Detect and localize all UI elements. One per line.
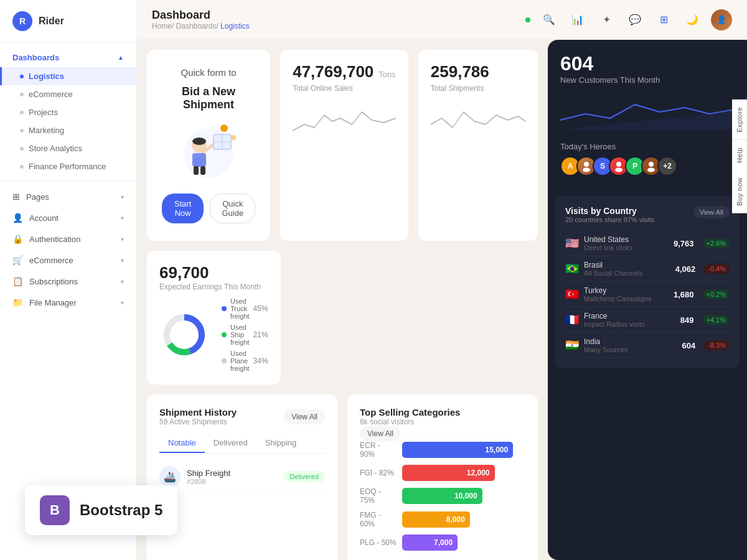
categories-subtitle: 8k social visitors bbox=[360, 418, 525, 426]
shipment-card-header: Shipment History 59 Active Shipments Vie… bbox=[159, 407, 325, 426]
chat-icon[interactable]: 💬 bbox=[625, 10, 645, 30]
br-name: Brasil bbox=[584, 261, 643, 269]
hero-avatar-more: +2 bbox=[657, 156, 677, 176]
us-value: 9,763 bbox=[674, 239, 694, 248]
sidebar-nav-account[interactable]: 👤 Account ▾ bbox=[0, 207, 136, 228]
nav-label: Authentication bbox=[29, 235, 80, 244]
shipment-view-all-button[interactable]: View All bbox=[284, 409, 325, 424]
sidebar-nav-file-manager[interactable]: 📁 File Manager ▾ bbox=[0, 292, 136, 313]
in-flag: 🇮🇳 bbox=[565, 338, 579, 352]
sidebar-item-finance-performance[interactable]: Finance Performance bbox=[0, 157, 136, 175]
freight-legend: Used Truck freight 45% Used Ship freight… bbox=[222, 297, 268, 372]
breadcrumb-dashboards[interactable]: Dashboards/ bbox=[176, 22, 220, 30]
logo-area[interactable]: R Rider bbox=[0, 0, 136, 43]
ship-legend-item: Used Ship freight 21% bbox=[222, 324, 268, 346]
grid-icon[interactable]: ⊞ bbox=[654, 10, 674, 30]
svg-rect-10 bbox=[192, 153, 206, 167]
visits-section: Visits by Country 20 countries share 97%… bbox=[555, 196, 740, 368]
header-left: Dashboard Home/ Dashboards/ Logistics bbox=[152, 9, 250, 30]
bar-eoq: EOQ - 75% 10,000 bbox=[360, 487, 525, 505]
subscriptions-icon: 📋 bbox=[12, 276, 23, 286]
visits-view-all-button[interactable]: View All bbox=[693, 206, 730, 218]
bootstrap-icon: B bbox=[40, 495, 70, 525]
in-change: -8.3% bbox=[704, 340, 730, 350]
sidebar-nav-pages[interactable]: ⊞ Pages ▾ bbox=[0, 186, 136, 207]
earnings-label: Expected Earnings This Month bbox=[159, 282, 268, 291]
settings-icon[interactable]: ✦ bbox=[596, 10, 616, 30]
middle-stats-row: 69,700 Expected Earnings This Month bbox=[147, 251, 538, 385]
earnings-value: 69,700 bbox=[159, 263, 268, 282]
heroes-avatars: A S bbox=[560, 156, 735, 176]
start-now-button[interactable]: Start Now bbox=[162, 194, 204, 223]
dot bbox=[20, 165, 24, 169]
chevron-up-icon: ▲ bbox=[118, 54, 124, 61]
sidebar-nav-subscriptions[interactable]: 📋 Subscriptions ▾ bbox=[0, 271, 136, 292]
bar-plg-fill: 7,000 bbox=[402, 534, 458, 551]
new-customers-chart bbox=[560, 92, 735, 132]
in-info: India Many Sources bbox=[584, 337, 627, 353]
right-top-section: 604 New Customers This Month Today's Her… bbox=[548, 40, 747, 189]
user-avatar[interactable]: 👤 bbox=[711, 9, 732, 30]
online-indicator bbox=[525, 17, 530, 22]
tr-source: Mailchimp Campaigns bbox=[584, 295, 651, 302]
sidebar-item-logistics[interactable]: Logistics bbox=[0, 67, 136, 85]
bar-eoq-track: 10,000 bbox=[402, 488, 525, 504]
moon-icon[interactable]: 🌙 bbox=[682, 10, 702, 30]
tr-info: Turkey Mailchimp Campaigns bbox=[584, 286, 651, 302]
us-source: Direct link clicks bbox=[584, 244, 632, 251]
illustration-svg bbox=[165, 119, 252, 181]
ship-label: Used Ship freight bbox=[230, 324, 250, 346]
svg-point-17 bbox=[584, 162, 589, 167]
total-sales-card: 47,769,700 Tons Total Online Sales bbox=[280, 50, 408, 241]
chart-icon[interactable]: 📊 bbox=[568, 10, 588, 30]
sidebar-item-ecommerce[interactable]: eCommerce bbox=[0, 85, 136, 103]
us-change: +2.6% bbox=[703, 238, 730, 248]
quick-guide-button[interactable]: Quick Guide bbox=[210, 194, 255, 223]
dashboards-label: Dashboards bbox=[12, 53, 59, 62]
tr-flag: 🇹🇷 bbox=[565, 287, 579, 301]
ship-dot bbox=[222, 332, 227, 337]
sidebar-item-label: Store Analytics bbox=[29, 144, 82, 153]
explore-tab[interactable]: Explore bbox=[732, 100, 747, 140]
total-shipments-value: 259,786 bbox=[431, 62, 525, 82]
dashboards-section-header[interactable]: Dashboards ▲ bbox=[0, 48, 136, 67]
fr-name: France bbox=[584, 312, 645, 320]
promo-illustration bbox=[165, 119, 252, 181]
bar-fgi-label: FGI - 82% bbox=[360, 469, 397, 477]
sidebar-item-projects[interactable]: Projects bbox=[0, 103, 136, 121]
content-area: Quick form to Bid a New Shipment bbox=[137, 40, 747, 560]
buy-now-tab[interactable]: Buy now bbox=[732, 170, 747, 213]
sidebar-item-label: Marketing bbox=[29, 126, 64, 135]
sales-mini-chart bbox=[293, 103, 396, 140]
dot bbox=[20, 147, 24, 151]
ship-info: Ship Freight #2808 bbox=[187, 469, 230, 485]
shipment-header-text: Shipment History 59 Active Shipments bbox=[159, 407, 237, 426]
bar-ecr-track: 15,000 bbox=[402, 442, 525, 458]
ship-value: 21% bbox=[253, 330, 268, 339]
person-icon bbox=[581, 161, 592, 172]
bar-eoq-label: EOQ - 75% bbox=[360, 487, 397, 505]
sidebar-nav-authentication[interactable]: 🔒 Authentication ▾ bbox=[0, 228, 136, 250]
chevron-down-icon: ▾ bbox=[121, 278, 124, 285]
pages-icon: ⊞ bbox=[12, 192, 20, 202]
tab-shipping[interactable]: Shipping bbox=[256, 434, 306, 453]
sidebar-nav-ecommerce[interactable]: 🛒 eCommerce ▾ bbox=[0, 250, 136, 271]
bar-fgi: FGI - 82% 12,000 bbox=[360, 465, 525, 481]
categories-header-text: Top Selling Categories 8k social visitor… bbox=[360, 407, 525, 426]
help-tab[interactable]: Help bbox=[732, 140, 747, 170]
earnings-card: 69,700 Expected Earnings This Month bbox=[147, 251, 281, 385]
nav-section: ⊞ Pages ▾ 👤 Account ▾ 🔒 Authentication ▾… bbox=[0, 180, 136, 313]
svg-point-22 bbox=[647, 168, 655, 172]
ship-freight-icon: 🚢 bbox=[159, 466, 181, 487]
breadcrumb-home[interactable]: Home/ bbox=[152, 22, 176, 30]
categories-view-all-button[interactable]: View All bbox=[360, 426, 401, 441]
visits-header-text: Visits by Country 20 countries share 97%… bbox=[565, 206, 654, 223]
sidebar-item-store-analytics[interactable]: Store Analytics bbox=[0, 139, 136, 157]
tab-notable[interactable]: Notable bbox=[159, 434, 205, 453]
sidebar-item-marketing[interactable]: Marketing bbox=[0, 121, 136, 139]
dashboards-section: Dashboards ▲ Logistics eCommerce Project… bbox=[0, 43, 136, 180]
right-panel: 604 New Customers This Month Today's Her… bbox=[548, 40, 747, 560]
chevron-down-icon: ▾ bbox=[121, 299, 124, 306]
search-icon[interactable]: 🔍 bbox=[539, 10, 559, 30]
tab-delivered[interactable]: Delivered bbox=[205, 434, 256, 453]
